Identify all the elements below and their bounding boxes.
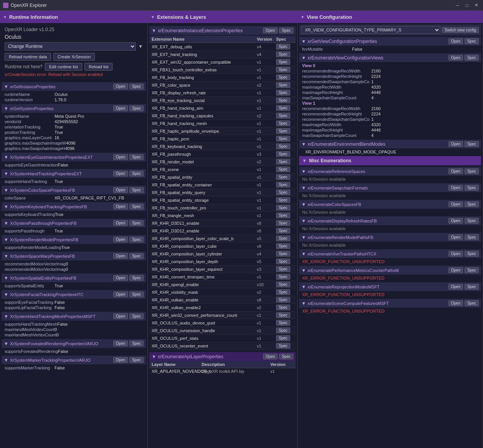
open-btn-XrSystemKeyboardTrackingPropertiesFB[interactable]: Open: [113, 204, 128, 209]
misc-enum-section-xrEnumerateReferenceSpaces[interactable]: ▼ xrEnumerateReferenceSpaces Open Spec: [299, 167, 481, 176]
misc-open-btn[interactable]: Open: [448, 218, 463, 224]
vc-type-select[interactable]: XR_VIEW_CONFIGURATION_TYPE_PRIMARY_S: [301, 26, 440, 34]
spec-btn-xrGetInstanceProperties[interactable]: Spec: [129, 84, 144, 89]
api-layer-spec-btn[interactable]: Spec: [279, 354, 293, 359]
ext-spec-btn[interactable]: Spec: [276, 343, 290, 349]
misc-open-btn[interactable]: Open: [448, 267, 463, 273]
spec-btn-XrSystemColorSpacePropertiesFB[interactable]: Spec: [129, 187, 144, 193]
ext-spec-btn[interactable]: Spec: [276, 197, 290, 203]
misc-open-btn[interactable]: Open: [448, 168, 463, 174]
ext-spec-btn[interactable]: Spec: [276, 113, 290, 119]
misc-spec-btn[interactable]: Spec: [465, 300, 479, 306]
ext-spec-btn[interactable]: Spec: [276, 212, 290, 218]
enum-views-section-header[interactable]: ▼ xrEnumerateViewConfigurationViews Open…: [299, 53, 481, 62]
spec-btn-XrSystemFacialTrackingPropertiesHTC[interactable]: Spec: [129, 292, 144, 297]
misc-open-btn[interactable]: Open: [448, 201, 463, 207]
open-btn-XrSystemPassthroughPropertiesFB[interactable]: Open: [113, 220, 128, 226]
switch-view-config-btn[interactable]: Switch view config: [442, 27, 479, 33]
ext-spec-btn[interactable]: Spec: [276, 174, 290, 180]
env-blend-spec-btn[interactable]: Spec: [465, 141, 479, 147]
open-btn-XrSystemMarkerTrackingPropertiesVARJO[interactable]: Open: [113, 357, 128, 363]
section-header-xrGetInstanceProperties[interactable]: ▼ xrGetInstanceProperties Open Spec: [2, 82, 146, 91]
ext-spec-btn[interactable]: Spec: [276, 136, 290, 142]
misc-enum-section-xrEnumeratePerformanceMetricsCounterPathsM[interactable]: ▼ xrEnumeratePerformanceMetricsCounterPa…: [299, 266, 481, 275]
ext-spec-btn[interactable]: Spec: [276, 166, 290, 172]
spec-btn-XrSystemKeyboardTrackingPropertiesFB[interactable]: Spec: [129, 204, 144, 209]
ext-spec-btn[interactable]: Spec: [276, 82, 290, 88]
misc-enum-section-xrEnumerateColorSpacesFB[interactable]: ▼ xrEnumerateColorSpacesFB Open Spec: [299, 200, 481, 209]
spec-btn-XrSystemSpaceWarpPropertiesFB[interactable]: Spec: [129, 253, 144, 259]
misc-open-btn[interactable]: Open: [448, 185, 463, 191]
section-header-XrSystemFoveatedRenderingPropertiesVARJO[interactable]: ▼ XrSystemFoveatedRenderingPropertiesVAR…: [2, 339, 146, 348]
misc-enum-section-xrEnumerateSceneComputeFeaturesMSFT[interactable]: ▼ xrEnumerateSceneComputeFeaturesMSFT Op…: [299, 299, 481, 308]
section-header-XrSystemMarkerTrackingPropertiesVARJO[interactable]: ▼ XrSystemMarkerTrackingPropertiesVARJO …: [2, 356, 146, 364]
ext-spec-btn[interactable]: Spec: [276, 236, 290, 241]
spec-btn-XrSystemHandTrackingPropertiesEXT[interactable]: Spec: [129, 171, 144, 176]
misc-enum-section-xrEnumerateDisplayRefreshRatesFB[interactable]: ▼ xrEnumerateDisplayRefreshRatesFB Open …: [299, 216, 481, 225]
misc-spec-btn[interactable]: Spec: [465, 267, 479, 273]
open-btn-XrSystemSpaceWarpPropertiesFB[interactable]: Open: [113, 253, 128, 259]
open-btn-XrSystemFoveatedRenderingPropertiesVARJO[interactable]: Open: [113, 341, 128, 346]
misc-open-btn[interactable]: Open: [448, 251, 463, 257]
misc-spec-btn[interactable]: Spec: [465, 284, 479, 290]
edit-list-button[interactable]: Edit runtime list: [45, 63, 82, 71]
instance-ext-spec-btn[interactable]: Spec: [279, 28, 293, 33]
open-btn-xrGetSystemProperties[interactable]: Open: [113, 105, 128, 111]
ext-spec-btn[interactable]: Spec: [276, 297, 290, 303]
section-header-XrSystemEyeGazeInteractionPropertiesEXT[interactable]: ▼ XrSystemEyeGazeInteractionPropertiesEX…: [2, 153, 146, 161]
section-header-XrSystemHandTrackingPropertiesEXT[interactable]: ▼ XrSystemHandTrackingPropertiesEXT Open…: [2, 169, 146, 178]
vc-props-open-btn[interactable]: Open: [448, 38, 463, 44]
misc-spec-btn[interactable]: Spec: [465, 234, 479, 240]
enum-views-spec-btn[interactable]: Spec: [465, 55, 479, 61]
misc-spec-btn[interactable]: Spec: [465, 185, 479, 191]
spec-btn-XrSystemRenderModelPropertiesFB[interactable]: Spec: [129, 237, 144, 242]
spec-btn-XrSystemHandTrackingMeshPropertiesMSFT[interactable]: Spec: [129, 313, 144, 319]
section-header-xrGetSystemProperties[interactable]: ▼ xrGetSystemProperties Open Spec: [2, 104, 146, 113]
ext-spec-btn[interactable]: Spec: [276, 282, 290, 287]
env-blend-section-header[interactable]: ▼ xrEnumerateEnvironmentBlendModes Open …: [299, 140, 481, 148]
ext-spec-btn[interactable]: Spec: [276, 335, 290, 341]
vc-props-spec-btn[interactable]: Spec: [465, 38, 479, 44]
instance-ext-open-btn[interactable]: Open: [263, 28, 278, 33]
api-layer-section-header[interactable]: ▼ xrEnumerateApiLayerProperties Open Spe…: [149, 352, 296, 361]
open-btn-XrSystemFacialTrackingPropertiesHTC[interactable]: Open: [113, 292, 128, 297]
ext-spec-btn[interactable]: Spec: [276, 243, 290, 249]
section-header-XrSystemSpatialEntityPropertiesFB[interactable]: ▼ XrSystemSpatialEntityPropertiesFB Open…: [2, 273, 146, 282]
ext-spec-btn[interactable]: Spec: [276, 274, 290, 280]
ext-spec-btn[interactable]: Spec: [276, 228, 290, 234]
misc-open-btn[interactable]: Open: [448, 300, 463, 306]
spec-btn-XrSystemSpatialEntityPropertiesFB[interactable]: Spec: [129, 275, 144, 281]
runtime-select[interactable]: Change Runtime: [5, 42, 136, 51]
ext-spec-btn[interactable]: Spec: [276, 59, 290, 65]
ext-spec-btn[interactable]: Spec: [276, 74, 290, 80]
section-header-XrSystemPassthroughPropertiesFB[interactable]: ▼ XrSystemPassthroughPropertiesFB Open S…: [2, 219, 146, 227]
maximize-button[interactable]: □: [463, 2, 471, 9]
ext-spec-btn[interactable]: Spec: [276, 44, 290, 49]
reload-list-button[interactable]: Reload list: [84, 63, 112, 71]
section-header-XrSystemKeyboardTrackingPropertiesFB[interactable]: ▼ XrSystemKeyboardTrackingPropertiesFB O…: [2, 202, 146, 211]
ext-spec-btn[interactable]: Spec: [276, 328, 290, 333]
misc-spec-btn[interactable]: Spec: [465, 201, 479, 207]
ext-spec-btn[interactable]: Spec: [276, 289, 290, 295]
spec-btn-XrSystemMarkerTrackingPropertiesVARJO[interactable]: Spec: [129, 357, 144, 363]
vc-props-section-header[interactable]: ▼ xrGetViewConfigurationProperties Open …: [299, 37, 481, 46]
misc-spec-btn[interactable]: Spec: [465, 218, 479, 224]
close-button[interactable]: ✕: [472, 2, 480, 9]
spec-btn-xrGetSystemProperties[interactable]: Spec: [129, 105, 144, 111]
ext-spec-btn[interactable]: Spec: [276, 90, 290, 96]
open-btn-XrSystemSpatialEntityPropertiesFB[interactable]: Open: [113, 275, 128, 281]
ext-spec-btn[interactable]: Spec: [276, 97, 290, 103]
env-blend-open-btn[interactable]: Open: [448, 141, 463, 147]
ext-spec-btn[interactable]: Spec: [276, 159, 290, 165]
section-header-XrSystemSpaceWarpPropertiesFB[interactable]: ▼ XrSystemSpaceWarpPropertiesFB Open Spe…: [2, 252, 146, 260]
ext-spec-btn[interactable]: Spec: [276, 120, 290, 126]
ext-spec-btn[interactable]: Spec: [276, 320, 290, 326]
spec-btn-XrSystemPassthroughPropertiesFB[interactable]: Spec: [129, 220, 144, 226]
misc-spec-btn[interactable]: Spec: [465, 168, 479, 174]
section-header-XrSystemRenderModelPropertiesFB[interactable]: ▼ XrSystemRenderModelPropertiesFB Open S…: [2, 235, 146, 244]
ext-spec-btn[interactable]: Spec: [276, 220, 290, 226]
ext-spec-btn[interactable]: Spec: [276, 205, 290, 211]
misc-spec-btn[interactable]: Spec: [465, 251, 479, 257]
reload-runtime-button[interactable]: Reload runtime data: [5, 53, 51, 61]
misc-enum-section-xrEnumerateViveTrackerPathsHTCX[interactable]: ▼ xrEnumerateViveTrackerPathsHTCX Open S…: [299, 249, 481, 258]
